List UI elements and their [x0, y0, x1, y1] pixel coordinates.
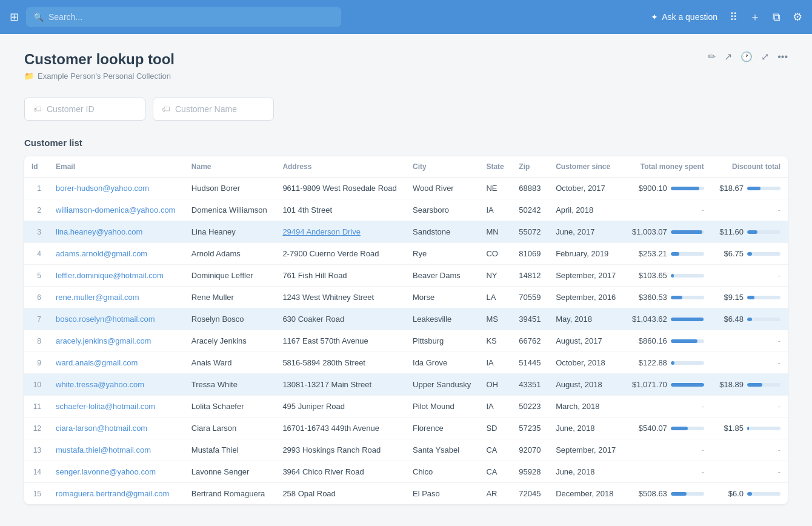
- cell-zip: 57235: [511, 418, 548, 439]
- plus-circle-icon: ✦: [651, 12, 658, 22]
- cell-state: MS: [479, 308, 511, 330]
- cell-email[interactable]: aracely.jenkins@gmail.com: [48, 330, 184, 352]
- cell-discount: -: [711, 199, 788, 221]
- cell-email[interactable]: leffler.dominique@hotmail.com: [48, 265, 184, 287]
- cell-address: 495 Juniper Road: [275, 396, 405, 418]
- cell-discount: $6.75: [711, 243, 788, 265]
- cell-id: 14: [24, 461, 48, 483]
- grid-icon[interactable]: ⠿: [730, 10, 737, 24]
- table-row[interactable]: 3lina.heaney@yahoo.comLina Heaney29494 A…: [24, 221, 788, 243]
- cell-zip: 68883: [511, 178, 548, 199]
- cell-email[interactable]: borer-hudson@yahoo.com: [48, 178, 184, 199]
- cell-discount: $18.67: [711, 178, 788, 199]
- cell-email[interactable]: lina.heaney@yahoo.com: [48, 221, 184, 243]
- more-icon[interactable]: •••: [777, 52, 788, 62]
- fullscreen-icon[interactable]: ⤢: [761, 51, 769, 62]
- cell-email[interactable]: ward.anais@gmail.com: [48, 352, 184, 374]
- cell-city: Searsboro: [405, 199, 479, 221]
- cell-city: Beaver Dams: [405, 265, 479, 287]
- cell-email[interactable]: rene.muller@gmail.com: [48, 287, 184, 308]
- cell-money: $122.88: [624, 352, 711, 374]
- page-title: Customer lookup tool: [24, 51, 175, 68]
- page-content: Customer lookup tool 📁 Example Person's …: [0, 34, 812, 521]
- cell-id: 15: [24, 483, 48, 505]
- cell-email[interactable]: ciara-larson@hotmail.com: [48, 418, 184, 439]
- customer-table-container: Id Email Name Address City State Zip Cus…: [24, 156, 788, 504]
- cell-state: KS: [479, 330, 511, 352]
- cell-email[interactable]: adams.arnold@gmail.com: [48, 243, 184, 265]
- cell-since: March, 2018: [548, 396, 624, 418]
- table-row[interactable]: 6rene.muller@gmail.comRene Muller1243 We…: [24, 287, 788, 308]
- table-row[interactable]: 14senger.lavonne@yahoo.comLavonne Senger…: [24, 461, 788, 483]
- cell-state: NY: [479, 265, 511, 287]
- table-row[interactable]: 2williamson-domenica@yahoo.comDomenica W…: [24, 199, 788, 221]
- settings-icon[interactable]: ⚙: [793, 10, 802, 24]
- table-row[interactable]: 12ciara-larson@hotmail.comCiara Larson16…: [24, 418, 788, 439]
- edit-icon[interactable]: ✏: [708, 51, 716, 62]
- table-row[interactable]: 11schaefer-lolita@hotmail.comLolita Scha…: [24, 396, 788, 418]
- table-row[interactable]: 1borer-hudson@yahoo.comHudson Borer9611-…: [24, 178, 788, 199]
- cell-email[interactable]: schaefer-lolita@hotmail.com: [48, 396, 184, 418]
- cell-zip: 70559: [511, 287, 548, 308]
- cell-address: 29494 Anderson Drive: [275, 221, 405, 243]
- cell-state: LA: [479, 287, 511, 308]
- table-row[interactable]: 7bosco.roselyn@hotmail.comRoselyn Bosco6…: [24, 308, 788, 330]
- cell-id: 7: [24, 308, 48, 330]
- customer-id-filter[interactable]: 🏷 Customer ID: [24, 98, 145, 121]
- col-id: Id: [24, 156, 48, 178]
- cell-name: Mustafa Thiel: [184, 439, 276, 461]
- customer-id-placeholder: Customer ID: [47, 104, 95, 114]
- col-state: State: [479, 156, 511, 178]
- col-city: City: [405, 156, 479, 178]
- share-icon[interactable]: ↗: [724, 51, 732, 62]
- cell-zip: 55072: [511, 221, 548, 243]
- cell-since: August, 2017: [548, 330, 624, 352]
- table-row[interactable]: 4adams.arnold@gmail.comArnold Adams2-790…: [24, 243, 788, 265]
- col-discount: Discount total: [711, 156, 788, 178]
- cell-zip: 50242: [511, 199, 548, 221]
- cell-name: Lavonne Senger: [184, 461, 276, 483]
- title-area: Customer lookup tool 📁 Example Person's …: [24, 51, 175, 81]
- cell-discount: -: [711, 352, 788, 374]
- ask-question-button[interactable]: ✦ Ask a question: [651, 12, 717, 22]
- cell-since: October, 2018: [548, 352, 624, 374]
- table-row[interactable]: 5leffler.dominique@hotmail.comDominique …: [24, 265, 788, 287]
- table-row[interactable]: 15romaguera.bertrand@gmail.comBertrand R…: [24, 483, 788, 505]
- search-bar[interactable]: 🔍 Search...: [26, 7, 341, 27]
- cell-address: 2-7900 Cuerno Verde Road: [275, 243, 405, 265]
- cell-money: $900.10: [624, 178, 711, 199]
- table-row[interactable]: 9ward.anais@gmail.comAnais Ward5816-5894…: [24, 352, 788, 374]
- cell-state: OH: [479, 374, 511, 396]
- cell-city: Florence: [405, 418, 479, 439]
- cell-email[interactable]: mustafa.thiel@hotmail.com: [48, 439, 184, 461]
- cell-city: Sandstone: [405, 221, 479, 243]
- cell-email[interactable]: bosco.roselyn@hotmail.com: [48, 308, 184, 330]
- table-row[interactable]: 13mustafa.thiel@hotmail.comMustafa Thiel…: [24, 439, 788, 461]
- cell-state: AR: [479, 483, 511, 505]
- table-row[interactable]: 8aracely.jenkins@gmail.comAracely Jenkin…: [24, 330, 788, 352]
- cell-money: $508.63: [624, 483, 711, 505]
- cell-zip: 81069: [511, 243, 548, 265]
- cell-id: 1: [24, 178, 48, 199]
- app-grid-icon[interactable]: ⊞: [10, 10, 19, 24]
- cell-discount: $9.15: [711, 287, 788, 308]
- cell-address: 5816-5894 280th Street: [275, 352, 405, 374]
- add-icon[interactable]: ＋: [750, 10, 760, 24]
- cell-email[interactable]: white.tressa@yahoo.com: [48, 374, 184, 396]
- cell-email[interactable]: romaguera.bertrand@gmail.com: [48, 483, 184, 505]
- cell-since: October, 2017: [548, 178, 624, 199]
- cell-email[interactable]: senger.lavonne@yahoo.com: [48, 461, 184, 483]
- expand-icon[interactable]: ⧉: [773, 11, 780, 24]
- cell-state: NE: [479, 178, 511, 199]
- cell-name: Anais Ward: [184, 352, 276, 374]
- cell-money: $1,003.07: [624, 221, 711, 243]
- nav-right-actions: ✦ Ask a question ⠿ ＋ ⧉ ⚙: [651, 10, 802, 24]
- cell-zip: 66762: [511, 330, 548, 352]
- cell-discount: -: [711, 396, 788, 418]
- customer-name-filter[interactable]: 🏷 Customer Name: [153, 98, 274, 121]
- table-row[interactable]: 10white.tressa@yahoo.comTressa White1308…: [24, 374, 788, 396]
- cell-discount: $18.89: [711, 374, 788, 396]
- breadcrumb: 📁 Example Person's Personal Collection: [24, 72, 175, 81]
- cell-email[interactable]: williamson-domenica@yahoo.com: [48, 199, 184, 221]
- history-icon[interactable]: 🕐: [740, 51, 753, 62]
